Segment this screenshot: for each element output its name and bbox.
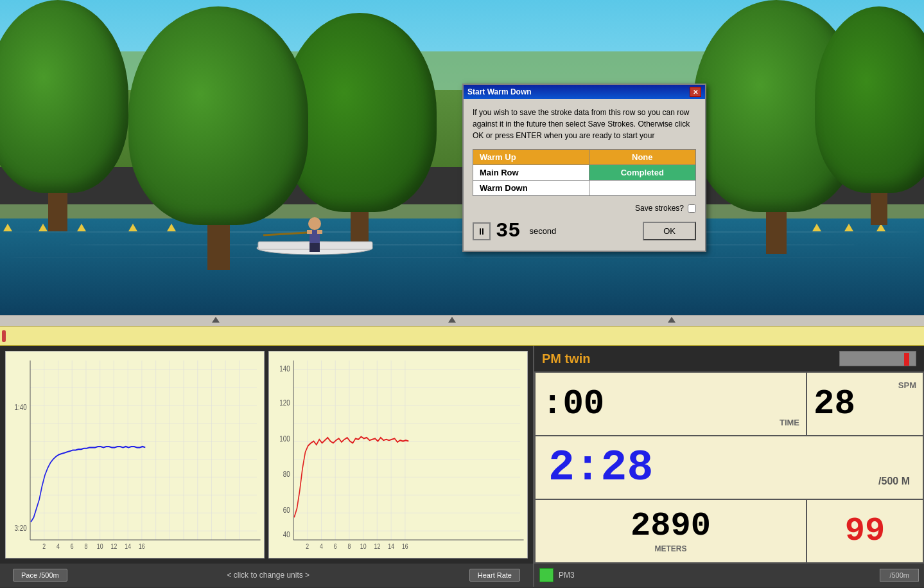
save-strokes-checkbox[interactable] — [688, 204, 696, 213]
mainrow-label: Main Row — [473, 165, 589, 181]
dialog: Start Warm Down ✕ If you wish to save th… — [462, 84, 706, 252]
pace-chart: 1:40 3:20 2 4 6 8 10 12 14 16 — [5, 351, 265, 558]
timer-unit: second — [529, 226, 556, 236]
svg-text:4: 4 — [320, 542, 323, 550]
timer-display: 35 — [496, 219, 520, 243]
svg-text:2: 2 — [306, 542, 309, 550]
pm-indicator-red — [904, 353, 909, 366]
game-scene: Start Warm Down ✕ If you wish to save th… — [0, 0, 924, 315]
mainrow-value: Completed — [589, 165, 695, 181]
ok-button[interactable]: OK — [643, 222, 696, 240]
tree-2 — [128, 6, 308, 315]
dialog-close-button[interactable]: ✕ — [690, 87, 701, 97]
pm-indicator-bar — [839, 351, 916, 366]
warmdown-value — [589, 181, 695, 196]
svg-line-8 — [263, 233, 307, 235]
scroll-arrow-3[interactable] — [668, 317, 676, 323]
svg-text:10: 10 — [97, 542, 103, 550]
svg-rect-5 — [317, 230, 322, 234]
pm-meters-label: METERS — [654, 544, 686, 553]
warmup-value: None — [589, 150, 695, 165]
pm-watts-value: 99 — [845, 515, 885, 548]
pm-pace-value: 2:28 — [548, 446, 653, 490]
svg-text:12: 12 — [374, 542, 381, 550]
svg-text:2: 2 — [42, 542, 46, 550]
scroll-arrow-1[interactable] — [212, 317, 220, 323]
pm-pace-cell: 2:28 /500 M — [536, 436, 923, 499]
svg-text:120: 120 — [279, 398, 290, 407]
tree-1 — [0, 0, 128, 315]
heartrate-chart: 140 120 100 80 60 40 2 4 6 8 10 12 14 16 — [268, 351, 528, 558]
svg-text:100: 100 — [279, 434, 290, 442]
pm-meters-cell: 2890 METERS — [536, 500, 806, 562]
save-strokes-row: Save strokes? — [473, 204, 696, 213]
svg-text:14: 14 — [388, 542, 394, 550]
svg-text:60: 60 — [283, 506, 290, 514]
pm-display: PM twin :00 TIME 28 SPM 2:28 /500 M — [533, 346, 924, 587]
pm-footer: PM3 /500m — [534, 564, 924, 587]
svg-text:16: 16 — [402, 542, 408, 550]
pm-watts-cell: 99 — [807, 500, 923, 562]
pm-time-label: TIME — [780, 418, 799, 427]
warmup-label: Warm Up — [473, 150, 589, 165]
svg-text:80: 80 — [283, 470, 290, 478]
svg-rect-4 — [307, 230, 312, 234]
svg-text:6: 6 — [334, 542, 337, 550]
scrollbar-area — [0, 315, 924, 326]
pm-time-cell: :00 TIME — [536, 373, 806, 435]
charts-row: 1:40 3:20 2 4 6 8 10 12 14 16 — [0, 346, 533, 564]
svg-text:8: 8 — [85, 542, 88, 550]
workout-row-warmup: Warm Up None — [473, 150, 696, 165]
dialog-titlebar: Start Warm Down ✕ — [464, 85, 705, 99]
pm-units-button[interactable]: /500m — [880, 569, 919, 582]
charts-area: 1:40 3:20 2 4 6 8 10 12 14 16 — [0, 346, 533, 587]
dialog-title: Start Warm Down — [467, 87, 532, 96]
pause-icon: ⏸ — [477, 226, 486, 236]
svg-text:140: 140 — [279, 364, 290, 373]
pm-spm-cell: 28 SPM — [807, 373, 923, 435]
svg-text:10: 10 — [360, 542, 367, 550]
svg-text:6: 6 — [71, 542, 74, 550]
scroll-arrow-2[interactable] — [448, 317, 456, 323]
dialog-text: If you wish to save the stroke data from… — [473, 107, 696, 141]
svg-rect-6 — [309, 243, 315, 252]
yellow-strip — [0, 326, 924, 346]
change-units-text: < click to change units > — [227, 571, 309, 580]
pace-units-button[interactable]: Pace /500m — [13, 569, 67, 582]
pm-pace-unit: /500 M — [878, 476, 910, 487]
charts-footer: Pace /500m < click to change units > Hea… — [0, 564, 533, 587]
dialog-body: If you wish to save the stroke data from… — [464, 99, 705, 251]
svg-point-2 — [308, 217, 321, 230]
pm-title: PM twin — [542, 352, 591, 366]
svg-text:3:20: 3:20 — [15, 524, 27, 532]
bottom-panel: 1:40 3:20 2 4 6 8 10 12 14 16 — [0, 346, 924, 587]
dialog-footer: ⏸ 35 second OK — [473, 219, 696, 243]
svg-rect-7 — [315, 243, 320, 252]
pm-green-indicator — [539, 568, 554, 582]
save-strokes-label: Save strokes? — [635, 204, 684, 213]
workout-row-warmdown: Warm Down — [473, 181, 696, 196]
pm-meters-value: 2890 — [631, 510, 711, 543]
svg-text:40: 40 — [283, 530, 290, 539]
workout-table: Warm Up None Main Row Completed Warm Dow… — [473, 149, 696, 196]
boat-rower — [238, 204, 379, 258]
svg-text:1:40: 1:40 — [15, 403, 27, 411]
pm-grid: :00 TIME 28 SPM 2:28 /500 M 2890 METERS … — [534, 371, 924, 564]
svg-text:12: 12 — [111, 542, 118, 550]
pm-spm-value: 28 — [814, 387, 855, 422]
pm-header: PM twin — [534, 346, 924, 371]
heartrate-button[interactable]: Heart Rate — [469, 569, 520, 582]
svg-rect-9 — [6, 352, 264, 558]
pm-footer-indicator-label: PM3 — [559, 571, 575, 580]
pm-spm-label: SPM — [898, 380, 916, 390]
scroll-position-indicator — [2, 330, 6, 342]
svg-text:4: 4 — [57, 542, 60, 550]
svg-rect-47 — [269, 352, 527, 558]
pm-time-value: :00 — [542, 387, 604, 422]
workout-row-mainrow: Main Row Completed — [473, 165, 696, 181]
pause-button[interactable]: ⏸ — [473, 222, 491, 240]
svg-text:14: 14 — [125, 542, 131, 550]
tree-5 — [815, 6, 924, 315]
warmdown-label: Warm Down — [473, 181, 589, 196]
svg-text:8: 8 — [348, 542, 351, 550]
